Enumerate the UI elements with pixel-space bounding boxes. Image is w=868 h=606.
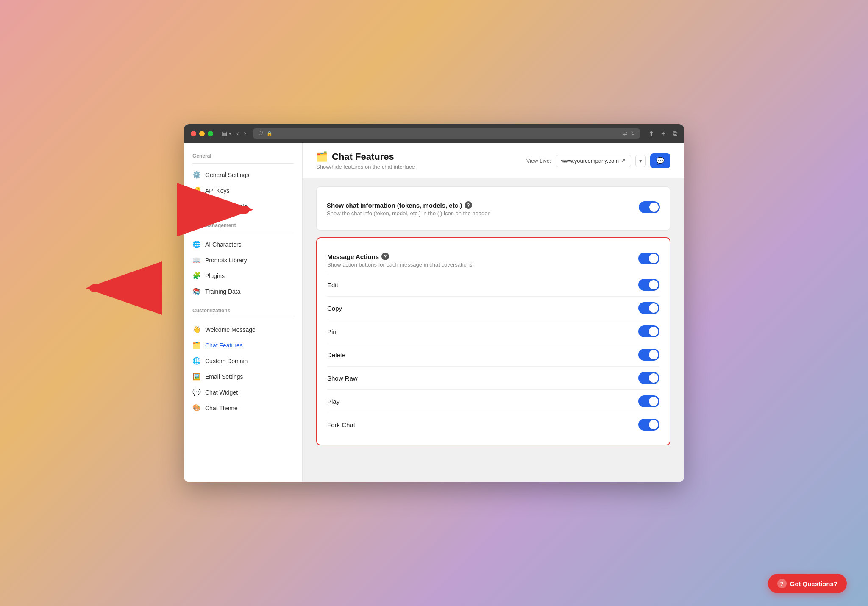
- forward-button[interactable]: ›: [242, 129, 248, 138]
- sidebar: General ⚙️ General Settings 🔑 API Keys ✅…: [184, 143, 303, 482]
- sidebar-item-welcome-message[interactable]: 👋 Welcome Message: [184, 322, 302, 337]
- back-button[interactable]: ‹: [235, 129, 240, 138]
- toggle-track: [638, 279, 659, 291]
- delete-label: Delete: [327, 351, 345, 359]
- message-actions-info: Message Actions ? Show action buttons fo…: [327, 253, 638, 268]
- toggle-thumb: [649, 420, 658, 429]
- pin-toggle[interactable]: [638, 325, 659, 337]
- sidebar-item-label: Manage Models: [205, 203, 248, 210]
- shield-icon: 🛡: [258, 131, 263, 136]
- fork-chat-setting-row: Fork Chat: [327, 413, 659, 436]
- sidebar-item-email-settings[interactable]: 🖼️ Email Settings: [184, 369, 302, 384]
- message-actions-title: Message Actions ?: [327, 253, 638, 260]
- minimize-button[interactable]: [199, 131, 205, 136]
- toggle-thumb: [649, 327, 658, 336]
- header-title-area: 🗂️ Chat Features Show/hide features on t…: [316, 151, 415, 170]
- copy-toggle[interactable]: [638, 302, 659, 314]
- folder-icon: 🗂️: [192, 341, 201, 349]
- refresh-icon[interactable]: ↻: [631, 131, 635, 136]
- globe-icon: 🌐: [192, 240, 201, 248]
- address-bar[interactable]: 🛡 🔒 ⇄ ↻: [253, 128, 640, 139]
- wave-icon: 👋: [192, 325, 201, 334]
- browser-controls: ▤ ▾ ‹ ›: [222, 129, 248, 138]
- show-raw-setting-row: Show Raw: [327, 367, 659, 390]
- message-actions-desc: Show action buttons for each message in …: [327, 261, 638, 268]
- key-icon: 🔑: [192, 186, 201, 195]
- toggle-thumb: [649, 397, 658, 406]
- toggle-thumb: [649, 254, 658, 263]
- sidebar-item-chat-theme[interactable]: 🎨 Chat Theme: [184, 400, 302, 416]
- sidebar-section-data: Data Management 🌐 AI Characters 📖 Prompt…: [184, 219, 302, 299]
- app-layout: General ⚙️ General Settings 🔑 API Keys ✅…: [184, 143, 684, 482]
- toggle-track: [639, 201, 660, 213]
- chat-info-toggle[interactable]: [639, 201, 660, 213]
- url-display[interactable]: www.yourcompany.com ↗: [556, 155, 631, 167]
- section-divider: [192, 233, 294, 233]
- sidebar-item-label: General Settings: [205, 172, 249, 178]
- main-content: 🗂️ Chat Features Show/hide features on t…: [303, 143, 684, 482]
- sidebar-item-ai-characters[interactable]: 🌐 AI Characters: [184, 236, 302, 252]
- sidebar-item-custom-domain[interactable]: 🌐 Custom Domain: [184, 353, 302, 369]
- sidebar-item-plugins[interactable]: 🧩 Plugins: [184, 268, 302, 284]
- toggle-thumb: [649, 280, 658, 289]
- fork-chat-label: Fork Chat: [327, 421, 355, 428]
- show-raw-toggle[interactable]: [638, 372, 659, 384]
- toggle-thumb: [649, 303, 658, 313]
- help-icon[interactable]: ?: [465, 201, 472, 209]
- chat-bubble-icon: 💬: [192, 388, 201, 396]
- fork-chat-toggle[interactable]: [638, 419, 659, 431]
- section-label-general: General: [184, 150, 302, 161]
- play-setting-row: Play: [327, 390, 659, 413]
- share-button[interactable]: ⬆: [648, 130, 654, 138]
- sidebar-item-label: Email Settings: [205, 373, 243, 380]
- sidebar-item-label: Prompts Library: [205, 257, 247, 264]
- play-label: Play: [327, 398, 339, 405]
- sidebar-item-prompts-library[interactable]: 📖 Prompts Library: [184, 252, 302, 268]
- play-toggle[interactable]: [638, 395, 659, 407]
- browser-actions: ⬆ ＋ ⧉: [648, 129, 677, 138]
- chat-info-setting-info: Show chat information (tokens, models, e…: [327, 201, 639, 217]
- sidebar-item-manage-models[interactable]: ✅ Manage Models: [184, 198, 302, 214]
- lock-icon: 🔒: [267, 131, 273, 136]
- books-icon: 📚: [192, 287, 201, 295]
- got-questions-button[interactable]: ? Got Questions?: [768, 574, 847, 593]
- sidebar-item-label: Training Data: [205, 288, 241, 295]
- sidebar-item-label: Chat Widget: [205, 389, 238, 396]
- sidebar-item-chat-features[interactable]: 🗂️ Chat Features: [184, 337, 302, 353]
- external-link-icon: ↗: [621, 158, 626, 164]
- nav-arrows: ‹ ›: [235, 129, 248, 138]
- view-live-label: View Live:: [526, 158, 551, 164]
- sidebar-item-training-data[interactable]: 📚 Training Data: [184, 284, 302, 299]
- section-label-data: Data Management: [184, 219, 302, 231]
- new-tab-button[interactable]: ＋: [660, 129, 667, 138]
- sidebar-item-chat-widget[interactable]: 💬 Chat Widget: [184, 384, 302, 400]
- chat-info-title: Show chat information (tokens, models, e…: [327, 201, 639, 209]
- content-body: Show chat information (tokens, models, e…: [303, 178, 684, 461]
- delete-toggle[interactable]: [638, 349, 659, 361]
- sidebar-toggle[interactable]: ▤ ▾: [222, 130, 231, 137]
- url-dropdown-button[interactable]: ▾: [635, 155, 646, 167]
- translate-icon: ⇄: [623, 131, 627, 136]
- tabs-button[interactable]: ⧉: [673, 130, 677, 137]
- check-icon: ✅: [192, 202, 201, 210]
- sidebar-item-general-settings[interactable]: ⚙️ General Settings: [184, 167, 302, 183]
- toggle-thumb: [649, 203, 659, 212]
- message-actions-main-row: Message Actions ? Show action buttons fo…: [327, 247, 659, 273]
- sidebar-item-api-keys[interactable]: 🔑 API Keys: [184, 183, 302, 198]
- sidebar-item-label: Plugins: [205, 272, 225, 279]
- sidebar-section-general: General ⚙️ General Settings 🔑 API Keys ✅…: [184, 150, 302, 214]
- image-icon: 🖼️: [192, 372, 201, 381]
- help-icon[interactable]: ?: [381, 253, 389, 260]
- maximize-button[interactable]: [208, 131, 213, 136]
- edit-toggle[interactable]: [638, 279, 659, 291]
- chat-button[interactable]: 💬: [650, 153, 670, 168]
- header-actions: View Live: www.yourcompany.com ↗ ▾ 💬: [526, 153, 670, 168]
- palette-icon: 🎨: [192, 404, 201, 412]
- pin-setting-row: Pin: [327, 320, 659, 343]
- browser-chrome: ▤ ▾ ‹ › 🛡 🔒 ⇄ ↻ ⬆ ＋ ⧉: [184, 124, 684, 143]
- got-questions-label: Got Questions?: [790, 580, 838, 587]
- close-button[interactable]: [191, 131, 196, 136]
- message-actions-toggle[interactable]: [638, 253, 659, 264]
- sidebar-item-label: API Keys: [205, 187, 230, 194]
- traffic-lights: [191, 131, 213, 136]
